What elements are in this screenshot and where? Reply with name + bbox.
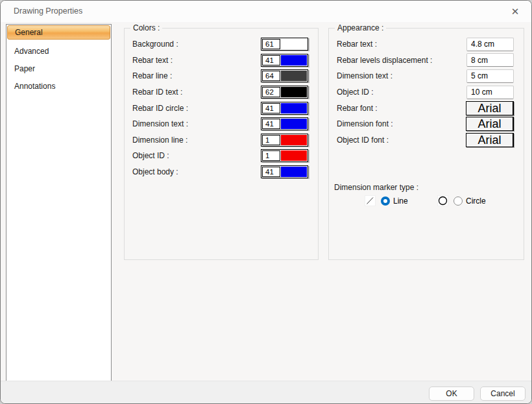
sidebar-item-label: Paper <box>14 64 35 73</box>
colors-group: Colors : Background : 61 Rebar text : 41… <box>124 28 319 260</box>
color-rows: Background : 61 Rebar text : 41 Rebar li… <box>125 36 318 180</box>
line-marker-icon <box>365 196 375 206</box>
color-row: Rebar text : 41 <box>125 53 318 69</box>
font-select-button[interactable]: Arial <box>466 133 514 147</box>
colors-group-title: Colors : <box>130 23 162 32</box>
color-swatch-button[interactable]: 62 <box>261 86 308 99</box>
color-preview <box>281 87 307 97</box>
color-row: Dimension line : 1 <box>125 132 318 149</box>
font-select-button[interactable]: Arial <box>466 101 514 115</box>
color-row: Object ID : 1 <box>125 148 318 164</box>
color-swatch-button[interactable]: 1 <box>261 149 308 162</box>
font-label: Rebar font : <box>337 104 466 113</box>
font-row: Dimension font : Arial <box>329 116 524 132</box>
window-title: Drawing Properties <box>14 1 82 22</box>
sidebar-item-label: General <box>15 28 43 37</box>
color-number: 64 <box>262 71 280 81</box>
marker-option-line[interactable]: Line <box>365 195 437 206</box>
field-input[interactable] <box>466 69 514 83</box>
appearance-field-rows: Rebar text : Rebar levels displacement :… <box>329 36 524 100</box>
drawing-properties-dialog: Drawing Properties ✕ General Advanced Pa… <box>0 0 532 404</box>
appearance-field-row: Dimension text : <box>329 68 524 84</box>
cancel-button[interactable]: Cancel <box>480 386 526 401</box>
marker-radio[interactable] <box>381 196 390 206</box>
field-input[interactable] <box>466 38 514 51</box>
color-row-label: Rebar text : <box>132 56 261 65</box>
color-row: Rebar ID circle : 41 <box>125 100 318 116</box>
appearance-group-title: Appearance : <box>335 23 386 32</box>
field-label: Dimension text : <box>337 71 466 80</box>
sidebar-item-label: Advanced <box>14 47 49 56</box>
sidebar-item-paper[interactable]: Paper <box>6 60 111 77</box>
appearance-field-row: Object ID : <box>329 84 524 101</box>
sidebar-item-label: Annotations <box>14 82 55 91</box>
color-row-label: Background : <box>132 40 261 49</box>
color-row-label: Object body : <box>132 167 261 176</box>
color-number: 1 <box>262 135 280 145</box>
title-bar: Drawing Properties ✕ <box>1 1 531 22</box>
font-button-rows: Rebar font : Arial Dimension font : Aria… <box>329 100 524 148</box>
appearance-field-row: Rebar text : <box>329 36 524 53</box>
color-swatch-button[interactable]: 41 <box>261 102 308 115</box>
field-label: Rebar levels displacement : <box>337 56 466 65</box>
color-preview <box>281 55 307 65</box>
circle-marker-icon <box>438 196 448 206</box>
color-number: 61 <box>262 39 280 49</box>
color-swatch-button[interactable]: 41 <box>261 54 308 67</box>
color-row: Background : 61 <box>125 36 318 53</box>
field-input[interactable] <box>466 86 514 99</box>
color-preview <box>281 71 307 81</box>
sidebar-item-advanced[interactable]: Advanced <box>6 42 111 60</box>
color-preview <box>281 103 307 113</box>
font-label: Object ID font : <box>337 136 466 145</box>
color-row-label: Rebar ID text : <box>132 88 261 97</box>
font-label: Dimension font : <box>337 119 466 128</box>
field-input[interactable] <box>466 53 514 67</box>
color-preview <box>281 135 307 145</box>
color-row-label: Dimension line : <box>132 136 261 145</box>
close-icon[interactable]: ✕ <box>503 2 527 21</box>
appearance-group: Appearance : Rebar text : Rebar levels d… <box>328 28 524 260</box>
color-preview <box>281 39 307 49</box>
category-list: General Advanced Paper Annotations <box>6 24 112 381</box>
color-row-label: Dimension text : <box>132 119 261 128</box>
marker-option-label: Circle <box>466 196 486 206</box>
sidebar-item-general[interactable]: General <box>7 25 110 40</box>
color-row: Dimension text : 41 <box>125 116 318 132</box>
color-swatch-button[interactable]: 64 <box>261 69 308 82</box>
font-row: Rebar font : Arial <box>329 100 524 116</box>
ok-button[interactable]: OK <box>429 386 474 401</box>
color-swatch-button[interactable]: 61 <box>261 38 308 51</box>
color-preview <box>281 167 307 177</box>
color-number: 1 <box>262 150 280 161</box>
color-preview <box>281 119 307 129</box>
marker-radio[interactable] <box>453 196 463 206</box>
color-number: 41 <box>262 119 280 129</box>
marker-option-label: Line <box>393 196 408 206</box>
color-row: Rebar ID text : 62 <box>125 84 318 101</box>
field-label: Rebar text : <box>337 40 466 49</box>
font-row: Object ID font : Arial <box>329 132 524 149</box>
font-select-button[interactable]: Arial <box>466 117 514 131</box>
dimension-marker-options: Line Circle <box>365 195 486 206</box>
footer-bar: OK Cancel <box>1 381 531 403</box>
appearance-field-row: Rebar levels displacement : <box>329 53 524 69</box>
color-swatch-button[interactable]: 41 <box>261 117 308 130</box>
field-label: Object ID : <box>337 88 466 97</box>
color-row-label: Rebar ID circle : <box>132 104 261 113</box>
color-row: Object body : 41 <box>125 164 318 180</box>
color-number: 62 <box>262 87 280 97</box>
dimension-marker-type-label: Dimension marker type : <box>334 183 418 192</box>
color-swatch-button[interactable]: 41 <box>261 165 308 178</box>
color-preview <box>281 150 307 161</box>
color-row-label: Object ID : <box>132 151 261 160</box>
color-row-label: Rebar line : <box>132 71 261 80</box>
color-number: 41 <box>262 167 280 177</box>
sidebar-item-annotations[interactable]: Annotations <box>6 77 111 95</box>
color-number: 41 <box>262 103 280 113</box>
color-swatch-button[interactable]: 1 <box>261 134 308 147</box>
color-number: 41 <box>262 55 280 65</box>
color-row: Rebar line : 64 <box>125 68 318 84</box>
marker-option-circle[interactable]: Circle <box>437 195 486 206</box>
